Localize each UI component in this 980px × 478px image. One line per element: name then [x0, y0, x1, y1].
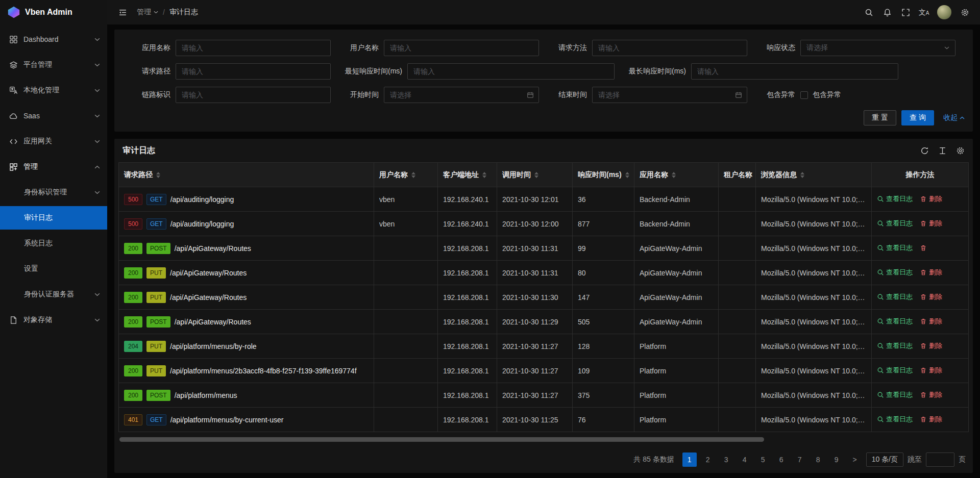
page-6[interactable]: 6	[774, 452, 789, 467]
dashboard-icon	[9, 35, 18, 44]
col-header-app-name[interactable]: 应用名称	[634, 163, 719, 187]
delete-button[interactable]: 删除	[920, 366, 942, 375]
cell-elapsed: 99	[573, 236, 634, 261]
exception-checkbox[interactable]	[800, 91, 808, 99]
collapse-link[interactable]: 收起	[943, 113, 965, 122]
view-log-button[interactable]: 查看日志	[877, 243, 913, 253]
trash-icon	[920, 293, 927, 300]
search-icon[interactable]	[861, 4, 877, 20]
cell-elapsed: 147	[573, 285, 634, 310]
page-size-select[interactable]: 10 条/页	[866, 452, 903, 467]
sidebar-item-localization[interactable]: 本地化管理	[0, 79, 107, 102]
delete-button[interactable]: 删除	[920, 341, 942, 350]
http-method-input[interactable]	[592, 40, 747, 56]
end-time-picker[interactable]	[592, 87, 747, 103]
col-header-call-time[interactable]: 调用时间	[497, 163, 573, 187]
delete-button[interactable]: 删除	[920, 292, 942, 301]
request-path-input[interactable]	[176, 63, 331, 80]
sidebar-item-system-log[interactable]: 系统日志	[0, 232, 107, 255]
jump-page-input[interactable]	[926, 452, 954, 467]
view-log-button[interactable]: 查看日志	[877, 366, 913, 375]
logo[interactable]: Vben Admin	[0, 0, 107, 24]
sidebar-item-object-storage[interactable]: 对象存储	[0, 308, 107, 332]
breadcrumb-management[interactable]: 管理	[137, 8, 158, 17]
request-path: /api/auditing/logging	[170, 220, 234, 228]
chevron-down-icon	[154, 11, 158, 14]
col-header-response-time[interactable]: 响应时间(ms)	[573, 163, 634, 187]
column-settings-icon[interactable]	[956, 146, 965, 155]
col-header-browser[interactable]: 浏览器信息	[756, 163, 872, 187]
refresh-icon[interactable]	[920, 146, 929, 155]
min-response-time-input[interactable]	[407, 63, 615, 80]
trash-icon	[920, 244, 927, 251]
sidebar-item-platform-management[interactable]: 平台管理	[0, 53, 107, 77]
max-response-time-input[interactable]	[691, 63, 898, 80]
sidebar-item-identity-management[interactable]: 身份标识管理	[0, 181, 107, 204]
view-log-button[interactable]: 查看日志	[877, 415, 913, 424]
page-9[interactable]: 9	[829, 452, 844, 467]
sidebar-item-saas[interactable]: Saas	[0, 104, 107, 128]
table-row: 200PUT/api/ApiGateway/Routes 192.168.208…	[119, 261, 969, 285]
page-5[interactable]: 5	[756, 452, 770, 467]
sidebar-item-auth-server[interactable]: 身份认证服务器	[0, 283, 107, 306]
field-has-exception: 包含异常 包含异常	[747, 87, 955, 103]
main-area: 管理 / 审计日志 文A 应用	[107, 0, 980, 478]
chevron-down-icon	[94, 293, 100, 296]
view-log-button[interactable]: 查看日志	[877, 341, 913, 350]
page-1[interactable]: 1	[682, 452, 697, 467]
col-header-tenant-name[interactable]: 租户名称	[719, 163, 756, 187]
fullscreen-icon[interactable]	[897, 4, 914, 20]
delete-button[interactable]: 删除	[920, 219, 942, 228]
view-log-button[interactable]: 查看日志	[877, 390, 913, 399]
user-name-input[interactable]	[384, 40, 539, 56]
delete-button[interactable]: 删除	[920, 415, 942, 424]
avatar[interactable]	[937, 5, 951, 19]
cell-app: ApiGateWay-Admin	[634, 261, 719, 285]
sidebar-item-management[interactable]: 管理	[0, 155, 107, 179]
trace-id-input[interactable]	[176, 87, 331, 103]
next-page-button[interactable]: >	[848, 452, 862, 467]
view-log-button[interactable]: 查看日志	[877, 194, 913, 204]
menu-fold-icon[interactable]	[114, 4, 131, 20]
method-badge: PUT	[146, 292, 166, 303]
reset-button[interactable]: 重 置	[864, 110, 896, 125]
chevron-up-icon	[960, 116, 965, 119]
status-select[interactable]: 请选择	[800, 40, 955, 56]
page-7[interactable]: 7	[793, 452, 807, 467]
breadcrumb-separator: /	[163, 8, 165, 16]
bell-icon[interactable]	[879, 4, 895, 20]
delete-button[interactable]: 删除	[920, 390, 942, 399]
start-time-picker[interactable]	[384, 87, 539, 103]
translate-icon[interactable]: 文A	[916, 4, 932, 20]
col-header-user-name[interactable]: 用户名称	[374, 163, 438, 187]
search-button[interactable]: 查 询	[901, 110, 934, 125]
row-height-icon[interactable]	[938, 146, 947, 155]
delete-button[interactable]: 删除	[920, 268, 942, 277]
page-3[interactable]: 3	[719, 452, 733, 467]
page-8[interactable]: 8	[811, 452, 825, 467]
sidebar-item-dashboard[interactable]: Dashboard	[0, 28, 107, 51]
col-header-request-path[interactable]: 请求路径	[119, 163, 374, 187]
sidebar-item-app-gateway[interactable]: 应用网关	[0, 130, 107, 153]
app-name-input[interactable]	[176, 40, 331, 56]
view-log-button[interactable]: 查看日志	[877, 268, 913, 277]
status-badge: 500	[124, 218, 142, 230]
cell-browser: Mozilla/5.0 (Windows NT 10.0; Win	[756, 236, 872, 261]
search-icon	[877, 367, 884, 374]
col-header-client-address[interactable]: 客户端地址	[438, 163, 497, 187]
page-4[interactable]: 4	[738, 452, 752, 467]
settings-gear-icon[interactable]	[957, 4, 973, 20]
request-path: /api/platform/menus/by-current-user	[170, 416, 284, 424]
view-log-button[interactable]: 查看日志	[877, 292, 913, 301]
horizontal-scrollbar[interactable]	[119, 437, 764, 442]
sidebar-item-audit-log[interactable]: 审计日志	[0, 206, 107, 230]
view-log-button[interactable]: 查看日志	[877, 219, 913, 228]
cell-time: 2021-10-30 11:31	[497, 236, 573, 261]
delete-button[interactable]	[920, 244, 929, 251]
sidebar-item-settings[interactable]: 设置	[0, 257, 107, 281]
delete-button[interactable]: 删除	[920, 194, 942, 204]
cell-tenant	[719, 285, 756, 310]
page-2[interactable]: 2	[701, 452, 715, 467]
view-log-button[interactable]: 查看日志	[877, 317, 913, 326]
delete-button[interactable]: 删除	[920, 317, 942, 326]
